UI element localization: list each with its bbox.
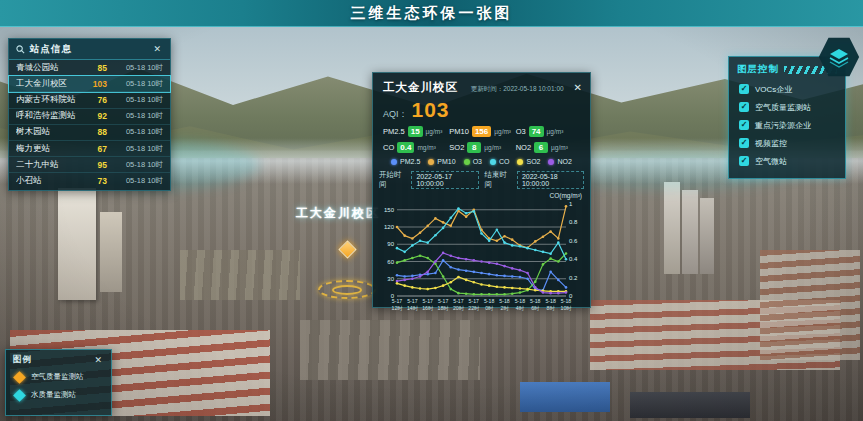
pollutant-item: CO 0.4 mg/m³ bbox=[383, 142, 449, 153]
legend-item-PM2.5[interactable]: PM2.5 bbox=[391, 158, 420, 165]
station-aqi: 103 bbox=[85, 79, 107, 89]
search-icon bbox=[16, 45, 25, 54]
station-time: 05-18 10时 bbox=[107, 111, 163, 121]
svg-text:5-1712时: 5-1712时 bbox=[392, 298, 404, 311]
svg-text:5-1720时: 5-1720时 bbox=[453, 298, 465, 311]
legend-item-SO2[interactable]: SO2 bbox=[517, 158, 540, 165]
close-icon[interactable]: ✕ bbox=[574, 82, 582, 93]
legend-item-NO2[interactable]: NO2 bbox=[548, 158, 571, 165]
series-dot-icon bbox=[464, 159, 470, 165]
station-list-panel: 站点信息 ✕ 青城公园站 85 05-18 10时 工大金川校区 103 05-… bbox=[8, 38, 171, 191]
pollutant-item: O3 74 µg/m³ bbox=[516, 126, 582, 137]
svg-text:5-1716时: 5-1716时 bbox=[422, 298, 434, 311]
map-legend-panel: 图例 ✕ 空气质量监测站 水质量监测站 bbox=[5, 349, 112, 416]
station-time: 05-18 10时 bbox=[107, 144, 163, 154]
station-time: 05-18 10时 bbox=[107, 160, 163, 170]
pollutant-legend: PM2.5PM10O3COSO2NO2 bbox=[373, 156, 590, 167]
station-aqi: 85 bbox=[85, 63, 107, 73]
station-row[interactable]: 树木园站 88 05-18 10时 bbox=[9, 125, 170, 141]
series-dot-icon bbox=[548, 159, 554, 165]
pollutant-item: PM10 156 µg/m³ bbox=[449, 126, 515, 137]
svg-text:5-188时: 5-188时 bbox=[545, 298, 555, 311]
pollutant-trend-chart: 00300.2600.4900.61200.815015-1712时5-1714… bbox=[373, 199, 590, 321]
series-dot-icon bbox=[517, 159, 523, 165]
layers-icon bbox=[827, 45, 851, 69]
station-name: 小召站 bbox=[16, 175, 85, 187]
aqi-label: AQI： bbox=[383, 108, 408, 121]
legend-item-O3[interactable]: O3 bbox=[464, 158, 482, 165]
update-time: 更新时间：2022-05-18 10:01:00 bbox=[464, 85, 564, 94]
layer-label: 空气质量监测站 bbox=[755, 102, 811, 113]
series-dot-icon bbox=[428, 159, 434, 165]
station-name: 内蒙古环科院站 bbox=[16, 94, 85, 106]
svg-text:0.4: 0.4 bbox=[569, 256, 578, 262]
svg-text:60: 60 bbox=[387, 259, 394, 265]
close-icon[interactable]: ✕ bbox=[151, 44, 163, 54]
station-row[interactable]: 青城公园站 85 05-18 10时 bbox=[9, 60, 170, 76]
close-icon[interactable]: ✕ bbox=[92, 355, 104, 365]
marker-halo-ring-inner bbox=[332, 285, 362, 295]
station-time: 05-18 10时 bbox=[107, 63, 163, 73]
station-aqi: 92 bbox=[85, 111, 107, 121]
station-aqi: 88 bbox=[85, 127, 107, 137]
station-time: 05-18 10时 bbox=[107, 95, 163, 105]
checkbox-checked[interactable]: ✓ bbox=[739, 84, 749, 94]
checkbox-checked[interactable]: ✓ bbox=[739, 102, 749, 112]
station-panel-header: 站点信息 ✕ bbox=[9, 39, 170, 60]
svg-text:5-1722时: 5-1722时 bbox=[468, 298, 480, 311]
station-row-selected[interactable]: 工大金川校区 103 05-18 10时 bbox=[9, 76, 170, 92]
legend-item-air-station: 空气质量监测站 bbox=[6, 368, 111, 386]
layer-item-pollution-sources[interactable]: ✓ 重点污染源企业 bbox=[729, 116, 845, 134]
layer-label: VOCs企业 bbox=[755, 84, 792, 95]
svg-text:5-184时: 5-184时 bbox=[515, 298, 525, 311]
aqi-value: 103 bbox=[412, 98, 450, 122]
app-header: 三维生态环保一张图 bbox=[0, 0, 863, 27]
station-row[interactable]: 梅力更站 67 05-18 10时 bbox=[9, 141, 170, 157]
svg-text:0.6: 0.6 bbox=[569, 238, 578, 244]
svg-text:5-1810时: 5-1810时 bbox=[561, 298, 573, 311]
svg-text:0.8: 0.8 bbox=[569, 219, 578, 225]
station-billboard-label[interactable]: 工大金川校区 bbox=[296, 205, 380, 222]
station-name: 工大金川校区 bbox=[16, 78, 85, 90]
station-name: 树木园站 bbox=[16, 126, 85, 138]
layer-item-micro-stations[interactable]: ✓ 空气微站 bbox=[729, 152, 845, 170]
layer-item-video[interactable]: ✓ 视频监控 bbox=[729, 134, 845, 152]
svg-text:5-1714时: 5-1714时 bbox=[407, 298, 419, 311]
pollutant-item: SO2 8 µg/m³ bbox=[449, 142, 515, 153]
start-time-label: 开始时间 bbox=[379, 170, 405, 190]
layer-item-air-stations[interactable]: ✓ 空气质量监测站 bbox=[729, 98, 845, 116]
checkbox-checked[interactable]: ✓ bbox=[739, 156, 749, 166]
station-name: 二十九中站 bbox=[16, 159, 85, 171]
station-time: 05-18 10时 bbox=[107, 79, 163, 89]
station-row[interactable]: 内蒙古环科院站 76 05-18 10时 bbox=[9, 92, 170, 108]
layer-item-vocs[interactable]: ✓ VOCs企业 bbox=[729, 80, 845, 98]
start-time-input[interactable]: 2022-05-17 10:00:00 bbox=[411, 171, 478, 189]
series-dot-icon bbox=[490, 159, 496, 165]
svg-text:5-182时: 5-182时 bbox=[499, 298, 509, 311]
station-time: 05-18 10时 bbox=[107, 127, 163, 137]
station-aqi: 73 bbox=[85, 176, 107, 186]
svg-text:5-186时: 5-186时 bbox=[530, 298, 540, 311]
station-row[interactable]: 小召站 73 05-18 10时 bbox=[9, 173, 170, 189]
station-name: 青城公园站 bbox=[16, 62, 85, 74]
page-title: 三维生态环保一张图 bbox=[351, 4, 513, 23]
legend-item-CO[interactable]: CO bbox=[490, 158, 510, 165]
svg-text:120: 120 bbox=[384, 224, 395, 230]
pollutant-item: NO2 6 µg/m³ bbox=[516, 142, 582, 153]
station-row[interactable]: 二十九中站 95 05-18 10时 bbox=[9, 157, 170, 173]
checkbox-checked[interactable]: ✓ bbox=[739, 120, 749, 130]
svg-text:30: 30 bbox=[387, 276, 394, 282]
station-row[interactable]: 呼和浩特监测站 92 05-18 10时 bbox=[9, 109, 170, 125]
checkbox-checked[interactable]: ✓ bbox=[739, 138, 749, 148]
app-window: 工大金川校区 三维生态环保一张图 站点信息 ✕ 青城公园站 85 05-18 1… bbox=[0, 0, 863, 421]
svg-text:0.2: 0.2 bbox=[569, 275, 578, 281]
end-time-input[interactable]: 2022-05-18 10:00:00 bbox=[517, 171, 584, 189]
station-time: 05-18 10时 bbox=[107, 176, 163, 186]
layer-panel-title: 图层控制 bbox=[737, 63, 779, 76]
end-time-label: 结束时间 bbox=[485, 170, 511, 190]
legend-item-PM10[interactable]: PM10 bbox=[428, 158, 455, 165]
station-aqi: 95 bbox=[85, 160, 107, 170]
svg-text:1: 1 bbox=[569, 201, 573, 207]
station-name: 梅力更站 bbox=[16, 143, 85, 155]
layers-toggle-button[interactable] bbox=[818, 36, 860, 78]
